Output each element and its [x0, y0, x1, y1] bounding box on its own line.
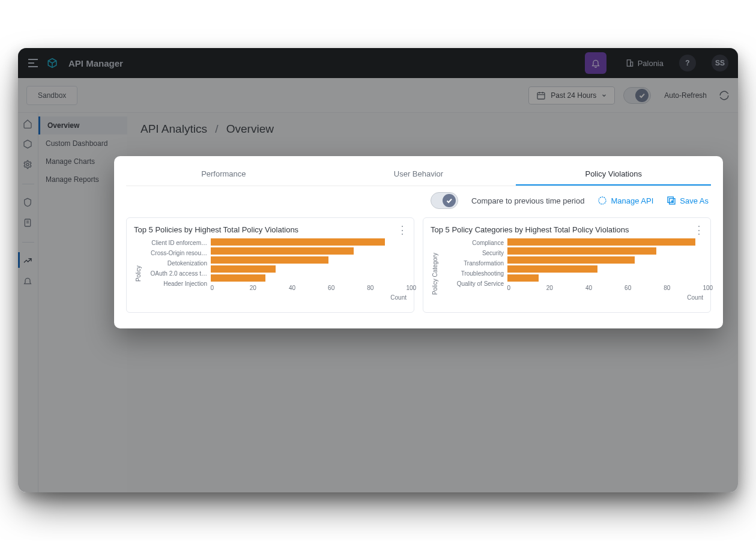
- chart-tick: 0: [211, 285, 211, 291]
- chart-title: Top 5 Policy Categories by Highest Total…: [431, 225, 694, 234]
- chart-bar: [507, 265, 597, 273]
- tab-performance[interactable]: Performance: [126, 163, 321, 186]
- chart-bar: [507, 238, 695, 246]
- tab-user-behavior[interactable]: User Behavior: [321, 163, 516, 186]
- manage-api-button[interactable]: Manage API: [597, 196, 653, 205]
- chart-tick: 80: [664, 285, 664, 291]
- chart-tick: 0: [507, 285, 508, 291]
- chart-menu-kebab[interactable]: ⋮: [694, 229, 703, 231]
- chart-tick: 100: [407, 285, 407, 291]
- chart-tick: 40: [585, 285, 586, 291]
- chart-category-label: Quality of Service: [438, 280, 507, 289]
- chart-category-label: Header Injection: [142, 280, 211, 289]
- chart-category-label: Cross-Origin resou…: [142, 249, 211, 258]
- chart-bar: [507, 256, 635, 264]
- chart-ylabel: Policy: [134, 238, 142, 310]
- chart-category-label: Client ID enforcem…: [142, 239, 211, 248]
- chart-tick: 100: [703, 285, 704, 291]
- chart-xlabel: Count: [687, 294, 703, 301]
- chart-tick: 80: [367, 285, 367, 291]
- chart-bar: [211, 256, 328, 264]
- compare-label: Compare to previous time period: [471, 196, 585, 205]
- chart-bar: [211, 265, 276, 273]
- chart-bar: [507, 274, 539, 282]
- chart-tick: 20: [250, 285, 250, 291]
- chart-ylabel: Policy Category: [431, 238, 438, 310]
- save-as-button[interactable]: Save As: [667, 196, 709, 205]
- svg-point-13: [599, 197, 606, 204]
- compare-toggle[interactable]: [431, 192, 458, 209]
- analytics-panel: PerformanceUser BehaviorPolicy Violation…: [114, 156, 723, 328]
- chart-bar: [211, 238, 385, 246]
- tab-policy-violations[interactable]: Policy Violations: [516, 163, 711, 186]
- chart-category-label: Detokenization: [142, 259, 211, 268]
- chart-bar: [211, 247, 354, 255]
- chart-category-label: Troubleshooting: [438, 270, 507, 279]
- chart-tick: 60: [624, 285, 625, 291]
- chart-category-label: Compliance: [438, 239, 507, 248]
- chart-tick: 20: [546, 285, 547, 291]
- chart-category-label: Transformation: [438, 259, 507, 268]
- chart-tick: 60: [328, 285, 328, 291]
- chart-tick: 40: [289, 285, 289, 291]
- chart-category-label: OAuth 2.0 access t…: [142, 270, 211, 279]
- chart-card: Top 5 Policy Categories by Highest Total…: [423, 217, 711, 313]
- panel-tabs: PerformanceUser BehaviorPolicy Violation…: [126, 163, 711, 186]
- chart-bar: [507, 247, 656, 255]
- check-icon: [443, 194, 456, 207]
- chart-bar: [211, 274, 265, 282]
- chart-card: Top 5 Policies by Highest Total Policy V…: [126, 217, 414, 313]
- chart-xlabel: Count: [390, 294, 407, 301]
- chart-title: Top 5 Policies by Highest Total Policy V…: [134, 225, 397, 234]
- chart-menu-kebab[interactable]: ⋮: [397, 229, 407, 231]
- chart-category-label: Security: [438, 249, 507, 258]
